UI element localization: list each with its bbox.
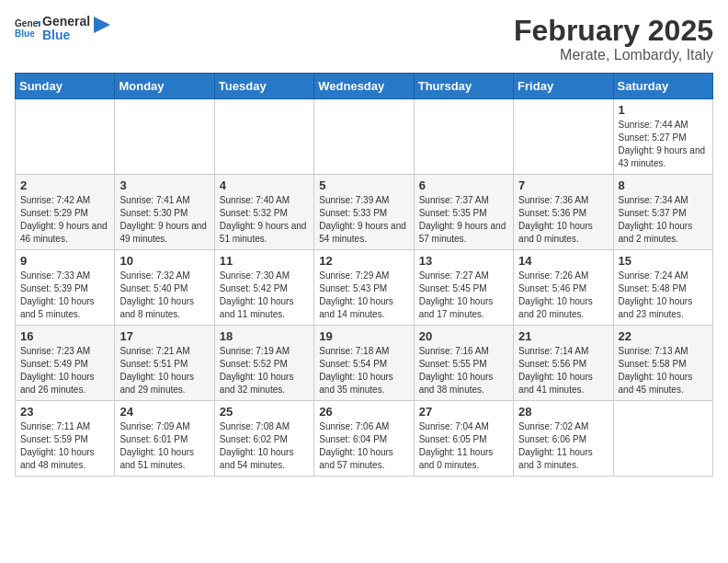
day-info: Sunrise: 7:13 AM Sunset: 5:58 PM Dayligh…: [619, 345, 708, 396]
location-subtitle: Merate, Lombardy, Italy: [514, 47, 713, 63]
day-info: Sunrise: 7:41 AM Sunset: 5:30 PM Dayligh…: [119, 194, 209, 246]
day-number: 22: [619, 329, 708, 343]
day-number: 16: [20, 329, 109, 343]
day-number: 14: [518, 254, 608, 268]
day-info: Sunrise: 7:11 AM Sunset: 5:59 PM Dayligh…: [20, 420, 109, 472]
calendar-day-header: Friday: [514, 74, 613, 99]
calendar-day-cell: 8Sunrise: 7:34 AM Sunset: 5:37 PM Daylig…: [613, 175, 712, 250]
calendar-day-cell: [514, 99, 613, 175]
calendar-day-cell: 22Sunrise: 7:13 AM Sunset: 5:58 PM Dayli…: [613, 326, 712, 401]
day-number: 18: [220, 329, 309, 343]
calendar-day-cell: 9Sunrise: 7:33 AM Sunset: 5:39 PM Daylig…: [16, 250, 115, 326]
day-info: Sunrise: 7:44 AM Sunset: 5:27 PM Dayligh…: [619, 119, 708, 170]
day-number: 23: [20, 405, 109, 419]
header: General Blue General Blue February 2025 …: [15, 15, 713, 63]
calendar-day-cell: 28Sunrise: 7:02 AM Sunset: 6:06 PM Dayli…: [514, 401, 613, 477]
svg-text:Blue: Blue: [15, 29, 35, 40]
calendar-table: SundayMondayTuesdayWednesdayThursdayFrid…: [15, 73, 713, 477]
day-info: Sunrise: 7:29 AM Sunset: 5:43 PM Dayligh…: [319, 270, 408, 321]
logo-general: General: [42, 15, 90, 29]
logo: General Blue General Blue: [15, 15, 110, 43]
day-info: Sunrise: 7:34 AM Sunset: 5:37 PM Dayligh…: [619, 194, 708, 246]
calendar-day-cell: 16Sunrise: 7:23 AM Sunset: 5:49 PM Dayli…: [16, 326, 115, 401]
calendar-day-cell: 10Sunrise: 7:32 AM Sunset: 5:40 PM Dayli…: [115, 250, 214, 326]
day-number: 21: [518, 329, 608, 343]
calendar-day-cell: 14Sunrise: 7:26 AM Sunset: 5:46 PM Dayli…: [514, 250, 613, 326]
calendar-day-cell: 7Sunrise: 7:36 AM Sunset: 5:36 PM Daylig…: [514, 175, 613, 250]
calendar-day-header: Sunday: [16, 74, 115, 99]
day-number: 26: [319, 405, 408, 419]
day-info: Sunrise: 7:40 AM Sunset: 5:32 PM Dayligh…: [220, 194, 309, 246]
day-info: Sunrise: 7:18 AM Sunset: 5:54 PM Dayligh…: [319, 345, 408, 396]
day-info: Sunrise: 7:27 AM Sunset: 5:45 PM Dayligh…: [419, 270, 508, 321]
day-number: 11: [220, 254, 309, 268]
day-info: Sunrise: 7:23 AM Sunset: 5:49 PM Dayligh…: [20, 345, 109, 396]
day-info: Sunrise: 7:37 AM Sunset: 5:35 PM Dayligh…: [419, 194, 508, 246]
day-number: 28: [518, 405, 608, 419]
calendar-day-cell: [115, 99, 214, 175]
calendar-day-cell: 18Sunrise: 7:19 AM Sunset: 5:52 PM Dayli…: [214, 326, 313, 401]
calendar-header-row: SundayMondayTuesdayWednesdayThursdayFrid…: [16, 74, 713, 99]
day-info: Sunrise: 7:02 AM Sunset: 6:06 PM Dayligh…: [518, 420, 608, 472]
day-number: 1: [619, 103, 708, 117]
day-number: 19: [319, 329, 408, 343]
calendar-day-cell: [314, 99, 414, 175]
day-number: 20: [419, 329, 508, 343]
calendar-day-cell: 11Sunrise: 7:30 AM Sunset: 5:42 PM Dayli…: [214, 250, 313, 326]
calendar-day-cell: 12Sunrise: 7:29 AM Sunset: 5:43 PM Dayli…: [314, 250, 414, 326]
day-number: 17: [119, 329, 209, 343]
day-info: Sunrise: 7:21 AM Sunset: 5:51 PM Dayligh…: [119, 345, 209, 396]
calendar-day-header: Tuesday: [214, 74, 313, 99]
day-info: Sunrise: 7:33 AM Sunset: 5:39 PM Dayligh…: [20, 270, 109, 321]
calendar-day-cell: 2Sunrise: 7:42 AM Sunset: 5:29 PM Daylig…: [16, 175, 115, 250]
day-number: 5: [319, 178, 408, 192]
day-number: 24: [119, 405, 209, 419]
calendar-day-cell: [613, 401, 712, 477]
calendar-day-header: Saturday: [613, 74, 712, 99]
day-number: 10: [119, 254, 209, 268]
logo-blue: Blue: [42, 29, 90, 42]
day-info: Sunrise: 7:39 AM Sunset: 5:33 PM Dayligh…: [319, 194, 408, 246]
title-block: February 2025 Merate, Lombardy, Italy: [514, 15, 713, 63]
calendar-week-row: 16Sunrise: 7:23 AM Sunset: 5:49 PM Dayli…: [16, 326, 713, 401]
calendar-day-cell: 27Sunrise: 7:04 AM Sunset: 6:05 PM Dayli…: [414, 401, 513, 477]
month-year-title: February 2025: [514, 15, 713, 47]
day-info: Sunrise: 7:32 AM Sunset: 5:40 PM Dayligh…: [119, 270, 209, 321]
day-number: 4: [220, 178, 309, 192]
calendar-day-cell: 17Sunrise: 7:21 AM Sunset: 5:51 PM Dayli…: [115, 326, 214, 401]
calendar-day-cell: 24Sunrise: 7:09 AM Sunset: 6:01 PM Dayli…: [115, 401, 214, 477]
calendar-day-cell: [16, 99, 115, 175]
calendar-day-header: Thursday: [414, 74, 513, 99]
svg-marker-3: [94, 17, 110, 33]
calendar-day-cell: 26Sunrise: 7:06 AM Sunset: 6:04 PM Dayli…: [314, 401, 414, 477]
day-number: 6: [419, 178, 508, 192]
day-number: 13: [419, 254, 508, 268]
calendar-day-header: Monday: [115, 74, 214, 99]
calendar-day-cell: [414, 99, 513, 175]
calendar-day-cell: 3Sunrise: 7:41 AM Sunset: 5:30 PM Daylig…: [115, 175, 214, 250]
day-info: Sunrise: 7:26 AM Sunset: 5:46 PM Dayligh…: [518, 270, 608, 321]
day-info: Sunrise: 7:08 AM Sunset: 6:02 PM Dayligh…: [220, 420, 309, 472]
day-info: Sunrise: 7:04 AM Sunset: 6:05 PM Dayligh…: [419, 420, 508, 472]
day-number: 25: [220, 405, 309, 419]
day-number: 8: [619, 178, 708, 192]
logo-icon: General Blue: [15, 16, 40, 41]
page: General Blue General Blue February 2025 …: [0, 0, 728, 486]
calendar-day-header: Wednesday: [314, 74, 414, 99]
calendar-week-row: 2Sunrise: 7:42 AM Sunset: 5:29 PM Daylig…: [16, 175, 713, 250]
day-info: Sunrise: 7:42 AM Sunset: 5:29 PM Dayligh…: [20, 194, 109, 246]
calendar-day-cell: 4Sunrise: 7:40 AM Sunset: 5:32 PM Daylig…: [214, 175, 313, 250]
day-number: 3: [119, 178, 209, 192]
calendar-day-cell: [214, 99, 313, 175]
calendar-day-cell: 1Sunrise: 7:44 AM Sunset: 5:27 PM Daylig…: [613, 99, 712, 175]
day-number: 12: [319, 254, 408, 268]
day-number: 9: [20, 254, 109, 268]
day-number: 7: [518, 178, 608, 192]
day-info: Sunrise: 7:24 AM Sunset: 5:48 PM Dayligh…: [619, 270, 708, 321]
logo-chevron-icon: [94, 17, 110, 33]
calendar-day-cell: 15Sunrise: 7:24 AM Sunset: 5:48 PM Dayli…: [613, 250, 712, 326]
calendar-week-row: 1Sunrise: 7:44 AM Sunset: 5:27 PM Daylig…: [16, 99, 713, 175]
calendar-day-cell: 23Sunrise: 7:11 AM Sunset: 5:59 PM Dayli…: [16, 401, 115, 477]
calendar-day-cell: 19Sunrise: 7:18 AM Sunset: 5:54 PM Dayli…: [314, 326, 414, 401]
day-number: 2: [20, 178, 109, 192]
